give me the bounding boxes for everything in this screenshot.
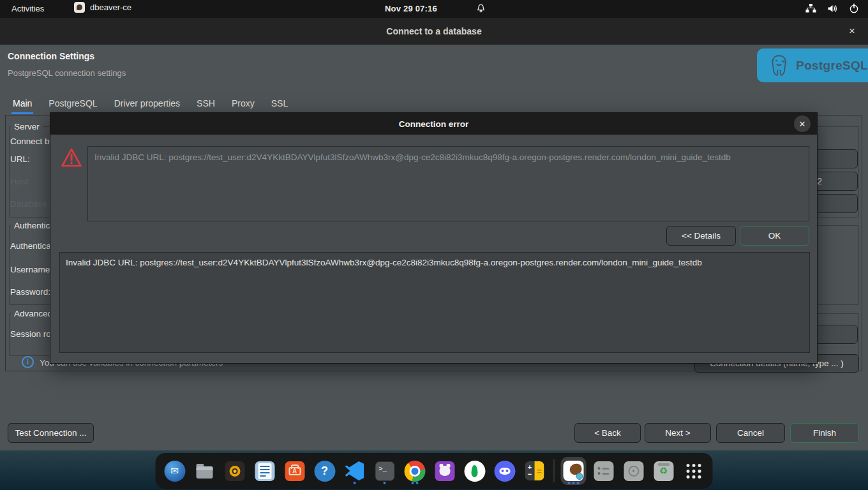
- dock-item-mongodb[interactable]: [462, 457, 488, 485]
- thunderbird-icon: ✉: [164, 461, 185, 482]
- dock-item-github[interactable]: [432, 457, 458, 485]
- ok-button[interactable]: OK: [740, 226, 809, 246]
- error-dialog-title: Connection error: [399, 119, 469, 129]
- next-button[interactable]: Next >: [645, 423, 711, 443]
- dock-item-files[interactable]: [192, 457, 218, 485]
- dock-separator: [554, 459, 555, 482]
- help-icon: ?: [314, 461, 335, 482]
- page-title: Connection Settings: [8, 51, 94, 61]
- dock-item-writer[interactable]: [252, 457, 278, 485]
- rhythmbox-icon: [225, 461, 244, 481]
- dock-item-calculator[interactable]: +−=: [522, 457, 548, 485]
- tab-ssl[interactable]: SSL: [271, 98, 288, 114]
- chrome-icon: [404, 461, 425, 482]
- dock-item-disks[interactable]: [621, 457, 647, 485]
- trash-icon: ♻: [654, 461, 673, 481]
- dock-item-settings[interactable]: [591, 457, 617, 485]
- details-toggle-button[interactable]: << Details: [666, 226, 736, 246]
- info-icon: i: [22, 356, 34, 368]
- host-label: Host:: [10, 177, 31, 186]
- clock-menu[interactable]: Nov 29 07:16: [385, 4, 437, 13]
- files-icon: [197, 466, 213, 479]
- dock-item-trash[interactable]: ♻: [651, 457, 677, 485]
- libreoffice-writer-icon: [255, 461, 274, 481]
- tab-main[interactable]: Main: [13, 98, 32, 114]
- cancel-button[interactable]: Cancel: [716, 423, 785, 443]
- dock-item-chrome[interactable]: [402, 457, 428, 485]
- system-top-bar: Activities dbeaver-ce Nov 29 07:16: [0, 0, 868, 18]
- username-label: Username:: [10, 265, 52, 274]
- calculator-icon: +−=: [525, 461, 544, 480]
- discord-icon: [494, 461, 515, 482]
- password-label: Password:: [10, 287, 50, 297]
- url-label: URL:: [10, 154, 30, 164]
- postgres-elephant-icon: [767, 53, 791, 78]
- network-wired-icon: [805, 4, 816, 13]
- dock-item-help[interactable]: ?: [312, 457, 338, 485]
- error-dialog-titlebar[interactable]: Connection error ✕: [50, 113, 817, 135]
- tab-proxy[interactable]: Proxy: [232, 98, 255, 114]
- dock-item-app-grid[interactable]: [681, 457, 707, 485]
- dock-item-terminal[interactable]: >_: [372, 457, 398, 485]
- window-title: Connect to a database: [386, 26, 481, 36]
- system-settings-icon: [594, 461, 613, 481]
- volume-icon: [827, 4, 838, 13]
- error-dialog-close-button[interactable]: ✕: [794, 115, 811, 132]
- dock-item-vscode[interactable]: [342, 457, 368, 485]
- activities-button[interactable]: Activities: [11, 4, 44, 13]
- tab-driver-properties[interactable]: Driver properties: [114, 98, 180, 114]
- disks-icon: [624, 461, 643, 481]
- dock-item-dbeaver-active[interactable]: [561, 457, 587, 485]
- dock-item-rhythmbox[interactable]: [222, 457, 248, 485]
- warning-icon: [61, 147, 82, 170]
- tab-ssh[interactable]: SSH: [197, 98, 215, 114]
- notification-bell-icon: [475, 3, 486, 16]
- dock-item-discord[interactable]: [492, 457, 518, 485]
- error-details-text[interactable]: Invalid JDBC URL: postgres://test_user:d…: [59, 252, 810, 353]
- focused-app-indicator[interactable]: dbeaver-ce: [74, 2, 131, 13]
- mongodb-compass-icon: [464, 461, 485, 482]
- terminal-icon: >_: [375, 461, 394, 481]
- dbeaver-app-icon: [74, 2, 85, 13]
- error-message-box: Invalid JDBC URL: postgres://test_user:d…: [87, 146, 809, 221]
- tab-postgresql[interactable]: PostgreSQL: [49, 98, 97, 114]
- server-group-label: Server: [11, 122, 43, 131]
- screen: Activities dbeaver-ce Nov 29 07:16 Conne…: [0, 0, 868, 490]
- test-connection-button[interactable]: Test Connection ...: [8, 423, 94, 443]
- postgresql-logo-text: PostgreSQL: [796, 59, 868, 73]
- back-button[interactable]: < Back: [574, 423, 641, 443]
- settings-tab-bar: Main PostgreSQL Driver properties SSH Pr…: [13, 98, 288, 114]
- vscode-icon: [345, 461, 364, 480]
- dbeaver-icon: [564, 461, 584, 481]
- advanced-group-label: Advanced: [11, 309, 56, 318]
- database-label: Database:: [10, 199, 50, 209]
- focused-app-name: dbeaver-ce: [90, 3, 131, 12]
- ubuntu-software-icon: A: [285, 461, 304, 481]
- window-close-button[interactable]: ×: [845, 24, 859, 38]
- dock-item-software[interactable]: A: [282, 457, 308, 485]
- system-status-area[interactable]: [805, 3, 859, 13]
- window-titlebar[interactable]: Connect to a database ×: [0, 18, 868, 45]
- dock-item-thunderbird[interactable]: ✉: [162, 457, 188, 485]
- page-subtitle: PostgreSQL connection settings: [8, 68, 126, 78]
- dock: ✉ A ? >_ +−= ♻: [156, 453, 713, 489]
- postgresql-logo: PostgreSQL: [757, 48, 868, 82]
- github-icon: [435, 461, 454, 481]
- finish-button[interactable]: Finish: [790, 423, 859, 443]
- power-icon: [849, 3, 859, 13]
- connection-error-dialog: Connection error ✕ Invalid JDBC URL: pos…: [50, 112, 818, 364]
- app-grid-icon: [686, 464, 701, 479]
